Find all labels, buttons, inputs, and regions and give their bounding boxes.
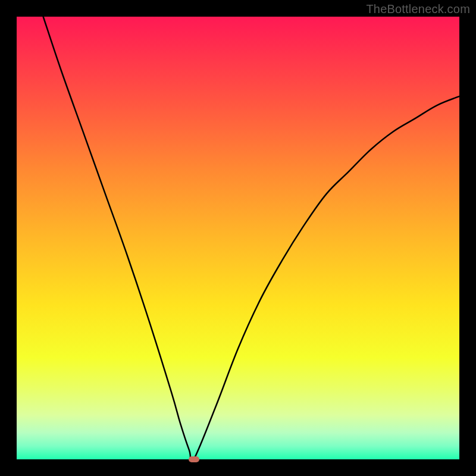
chart-frame: TheBottleneck.com [0,0,476,476]
optimum-marker [189,456,199,462]
watermark-text: TheBottleneck.com [366,2,470,16]
bottleneck-curve [17,17,459,459]
plot-area [17,17,459,459]
